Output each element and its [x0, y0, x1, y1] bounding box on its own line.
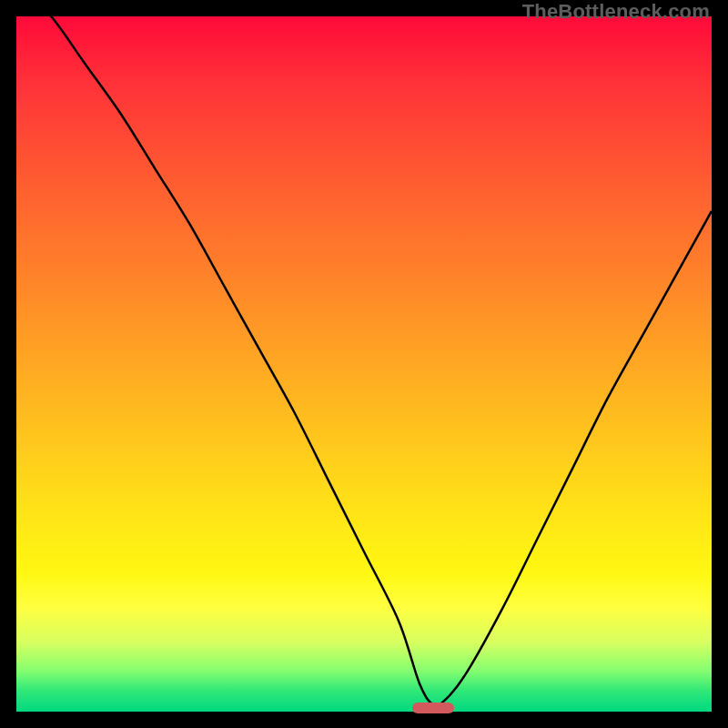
watermark-text: TheBottleneck.com: [522, 0, 710, 24]
min-marker: [412, 703, 454, 713]
curve-layer: [16, 16, 712, 712]
bottleneck-curve: [16, 16, 712, 705]
chart-frame: TheBottleneck.com: [0, 0, 728, 728]
plot-area: [16, 16, 712, 712]
